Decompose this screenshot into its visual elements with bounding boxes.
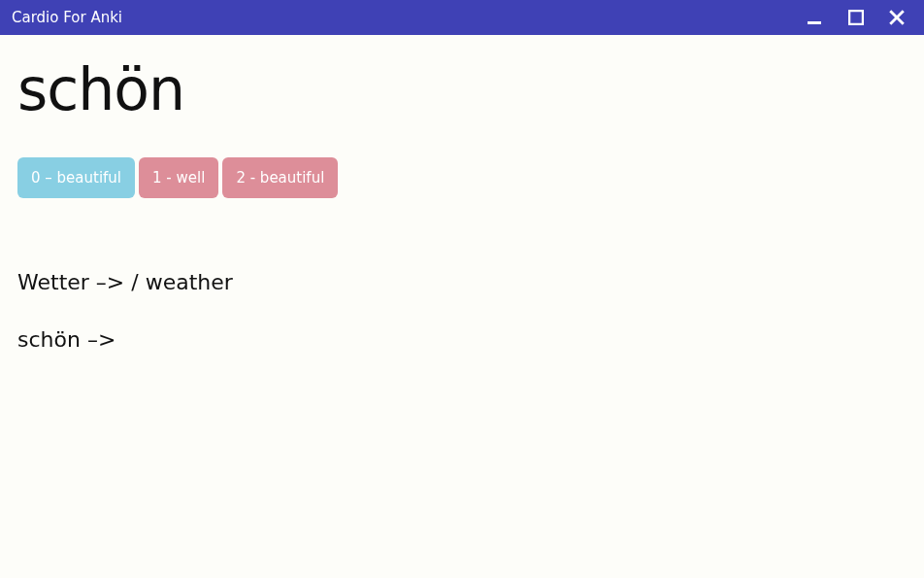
answer-row: 0 – beautiful 1 - well 2 - beautiful (17, 157, 907, 198)
maximize-icon (848, 10, 864, 25)
window-titlebar: Cardio For Anki (0, 0, 924, 35)
cloze-line-1: Wetter –> / weather (17, 268, 907, 297)
window-title: Cardio For Anki (12, 9, 806, 26)
minimize-icon (808, 10, 823, 25)
close-icon (888, 9, 906, 26)
answer-option-2[interactable]: 2 - beautiful (222, 157, 338, 198)
answer-option-0[interactable]: 0 – beautiful (17, 157, 135, 198)
svg-rect-1 (849, 11, 863, 24)
cloze-sentences: Wetter –> / weather schön –> (17, 239, 907, 383)
answer-option-1[interactable]: 1 - well (139, 157, 218, 198)
window-controls (806, 8, 912, 27)
headword: schön (17, 60, 907, 119)
cloze-line-2: schön –> (17, 325, 907, 355)
maximize-button[interactable] (846, 8, 866, 27)
svg-rect-0 (808, 21, 821, 24)
card-content: schön 0 – beautiful 1 - well 2 - beautif… (0, 35, 924, 404)
close-button[interactable] (887, 8, 907, 27)
minimize-button[interactable] (806, 8, 825, 27)
